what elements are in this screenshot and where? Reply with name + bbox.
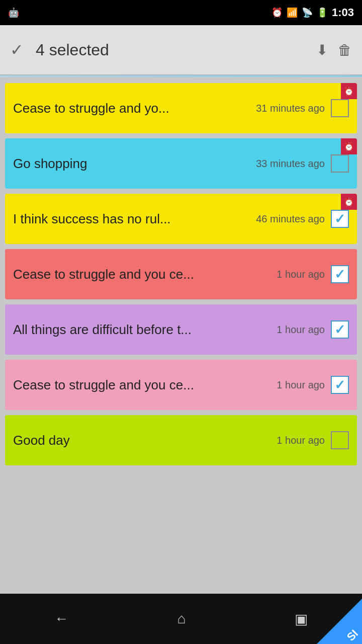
status-time: 1:03 xyxy=(332,6,354,19)
alarm-badge xyxy=(341,138,357,154)
download-button[interactable]: ⬇ xyxy=(316,42,328,58)
note-card-3[interactable]: I think success has no rul...46 minutes … xyxy=(5,194,357,244)
home-button[interactable]: ⌂ xyxy=(177,611,186,627)
alarm-badge xyxy=(341,194,357,210)
note-time: 1 hour ago xyxy=(277,324,325,336)
note-checkbox[interactable] xyxy=(331,320,349,339)
battery-icon: 🔋 xyxy=(317,7,328,18)
status-bar: 🤖 ⏰ 📶 📡 🔋 1:03 xyxy=(0,0,362,25)
note-card-6[interactable]: Cease to struggle and you ce...1 hour ag… xyxy=(5,360,357,410)
note-text: Cease to struggle and you ce... xyxy=(13,377,277,393)
note-card-1[interactable]: Cease to struggle and yo...31 minutes ag… xyxy=(5,83,357,133)
note-text: I think success has no rul... xyxy=(13,211,256,227)
check-button[interactable]: ✓ xyxy=(10,40,24,59)
note-card-5[interactable]: All things are difficult before t...1 ho… xyxy=(5,304,357,355)
note-time: 46 minutes ago xyxy=(256,213,325,225)
back-button[interactable]: ← xyxy=(54,611,68,627)
note-checkbox[interactable] xyxy=(331,154,349,173)
note-time: 1 hour ago xyxy=(277,435,325,446)
signal-icon: 📡 xyxy=(302,7,313,18)
app-bar-actions: ⬇ 🗑 xyxy=(316,42,352,58)
note-time: 1 hour ago xyxy=(277,269,325,280)
si-text: SI xyxy=(345,628,360,643)
wifi-icon: 📶 xyxy=(287,7,298,18)
note-text: Go shopping xyxy=(13,156,256,172)
note-time: 31 minutes ago xyxy=(256,103,325,114)
note-card-2[interactable]: Go shopping33 minutes ago xyxy=(5,138,357,189)
note-checkbox[interactable] xyxy=(331,265,349,283)
bottom-navigation: ← ⌂ ▣ SI xyxy=(0,594,362,644)
delete-button[interactable]: 🗑 xyxy=(338,42,352,58)
note-checkbox[interactable] xyxy=(331,431,349,449)
note-card-4[interactable]: Cease to struggle and you ce...1 hour ag… xyxy=(5,249,357,299)
note-time: 33 minutes ago xyxy=(256,158,325,170)
note-time: 1 hour ago xyxy=(277,379,325,391)
note-text: Cease to struggle and you ce... xyxy=(13,267,277,282)
note-checkbox[interactable] xyxy=(331,376,349,394)
note-text: Cease to struggle and yo... xyxy=(13,101,256,116)
selection-title: 4 selected xyxy=(36,41,316,59)
clock-icon: ⏰ xyxy=(272,7,283,18)
note-checkbox[interactable] xyxy=(331,99,349,117)
recents-button[interactable]: ▣ xyxy=(295,611,308,627)
notes-list: Cease to struggle and yo...31 minutes ag… xyxy=(0,77,362,594)
note-text: Good day xyxy=(13,433,277,448)
note-text: All things are difficult before t... xyxy=(13,322,277,338)
si-badge: SI xyxy=(317,599,362,644)
app-bar: ✓ 4 selected ⬇ 🗑 xyxy=(0,25,362,75)
note-card-7[interactable]: Good day1 hour ago xyxy=(5,415,357,465)
note-checkbox[interactable] xyxy=(331,210,349,228)
android-icon: 🤖 xyxy=(8,7,19,18)
alarm-badge xyxy=(341,83,357,99)
